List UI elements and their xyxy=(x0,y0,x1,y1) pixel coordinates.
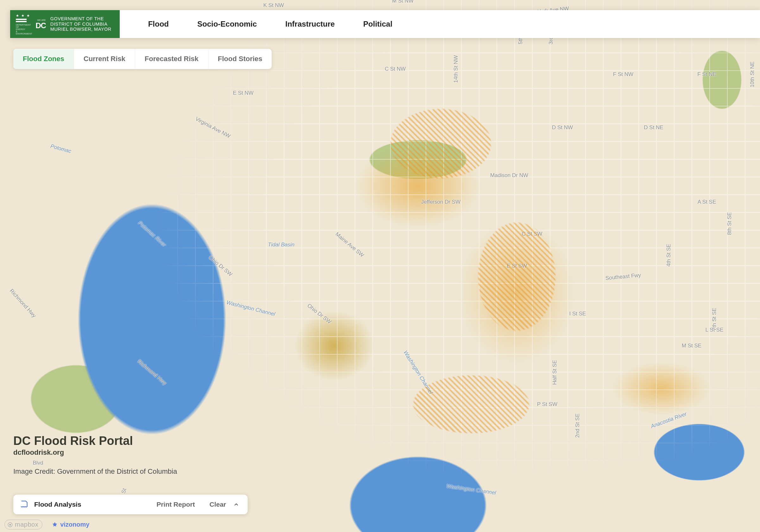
dc-flag-icon: ★ ★ ★ DEPARTMENT OF ENERGY & ENVIRONMENT xyxy=(16,14,30,35)
street-label: 8th St SE xyxy=(727,212,733,235)
street-label: D St NW xyxy=(552,124,573,131)
street-label: K St NW xyxy=(263,2,284,9)
nav-political[interactable]: Political xyxy=(363,20,392,28)
street-label: Richmond Hwy xyxy=(8,288,37,318)
street-label: 10th St NE xyxy=(749,62,756,87)
vizonomy-logo[interactable]: vizonomy xyxy=(51,521,89,528)
street-label: Richmond Hwy xyxy=(136,359,168,387)
title-block: DC Flood Risk Portal dcfloodrisk.org Ima… xyxy=(13,434,177,476)
tab-flood-zones[interactable]: Flood Zones xyxy=(13,49,74,69)
logo-text: GOVERNMENT OF THE DISTRICT OF COLUMBIA M… xyxy=(50,16,112,32)
portal-url: dcfloodrisk.org xyxy=(13,448,177,457)
svg-point-1 xyxy=(9,524,11,525)
water-label: Washington Channel xyxy=(226,300,276,318)
analysis-label: Flood Analysis xyxy=(34,501,142,508)
street-label: Ohio Dr SW xyxy=(306,303,332,325)
street-label: A St SE xyxy=(698,199,716,205)
water-label: Tidal Basin xyxy=(268,242,295,248)
street-label: E St NW xyxy=(233,90,253,96)
print-report-button[interactable]: Print Report xyxy=(157,501,195,508)
water-label: Washington Channel xyxy=(446,483,497,496)
street-label: E St SW xyxy=(507,263,527,269)
main-nav: Flood Socio-Economic Infrastructure Poli… xyxy=(120,10,760,38)
tab-flood-stories[interactable]: Flood Stories xyxy=(208,49,272,69)
street-label: 2nd St SE xyxy=(574,413,581,438)
nav-socio-economic[interactable]: Socio-Economic xyxy=(197,20,257,28)
gov-logo-block[interactable]: ★ ★ ★ DEPARTMENT OF ENERGY & ENVIRONMENT… xyxy=(10,10,120,38)
street-label: F St NE xyxy=(697,71,716,77)
water-label: Washington Channel xyxy=(402,350,434,395)
street-label: Half St SE xyxy=(552,360,558,385)
chevron-up-icon[interactable] xyxy=(232,500,241,509)
mapbox-logo[interactable]: mapbox xyxy=(4,520,42,529)
street-label: Ohio Dr SW xyxy=(208,254,233,278)
flood-icon xyxy=(20,500,28,509)
street-label: I St SE xyxy=(569,311,586,317)
street-label: P St SW xyxy=(537,401,557,408)
street-label: M St NW xyxy=(392,0,413,4)
street-label: C St NW xyxy=(385,66,405,72)
street-label: Southeast Fwy xyxy=(605,272,641,281)
street-label: M St SE xyxy=(682,343,701,349)
street-label: F St NW xyxy=(613,71,633,77)
tab-forecasted-risk[interactable]: Forecasted Risk xyxy=(135,49,208,69)
street-label: 4th St SE xyxy=(666,244,672,266)
water-label: Anacostia River xyxy=(650,411,688,430)
street-label: C St SW xyxy=(522,231,542,237)
top-bar: ★ ★ ★ DEPARTMENT OF ENERGY & ENVIRONMENT… xyxy=(10,10,760,38)
nav-infrastructure[interactable]: Infrastructure xyxy=(285,20,335,28)
street-label: Virginia Ave NW xyxy=(194,116,231,140)
street-label: 7th St SE xyxy=(711,308,718,331)
street-label: Maine Ave SW xyxy=(334,231,365,259)
street-label: D St NE xyxy=(644,124,663,131)
street-label: 14th St NW xyxy=(453,55,459,83)
sub-tabs: Flood Zones Current Risk Forecasted Risk… xyxy=(13,49,272,69)
clear-button[interactable]: Clear xyxy=(209,501,226,508)
image-credit: Image Credit: Government of the District… xyxy=(13,467,177,476)
water-label: Potomac River xyxy=(137,220,167,248)
street-label: Jefferson Dr SW xyxy=(421,199,460,205)
portal-title: DC Flood Risk Portal xyxy=(13,434,177,448)
nav-flood[interactable]: Flood xyxy=(148,20,169,28)
analysis-bar: Flood Analysis Print Report Clear xyxy=(13,495,248,514)
street-label: L St SE xyxy=(705,327,723,333)
water-label: Potomac xyxy=(50,143,72,155)
street-label: Madison Dr NW xyxy=(490,172,528,178)
map-attribution: mapbox vizonomy xyxy=(4,520,89,529)
tab-current-risk[interactable]: Current Risk xyxy=(74,49,135,69)
